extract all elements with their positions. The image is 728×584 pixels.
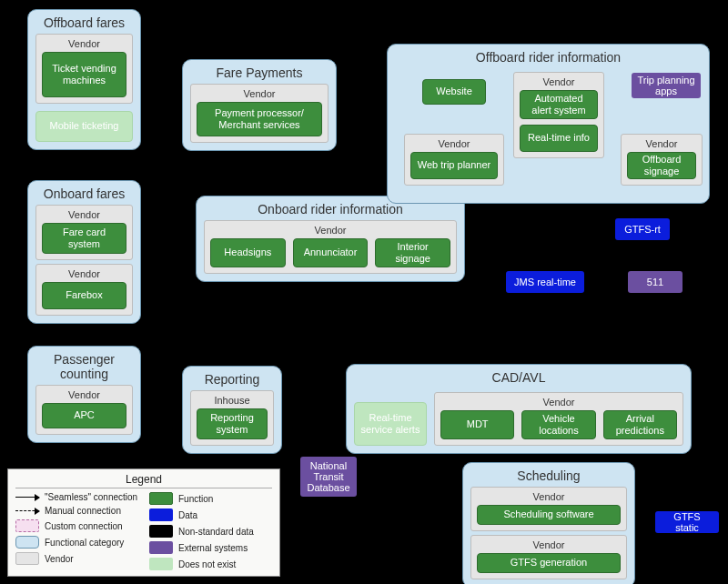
- category-passenger-counting: Passenger counting Vendor APC: [27, 346, 141, 443]
- legend-label: Non-standard data: [178, 527, 254, 537]
- vendor-label: Vendor: [410, 138, 498, 149]
- category-title: Reporting: [190, 372, 274, 387]
- category-reporting: Reporting Inhouse Reporting system: [182, 366, 282, 454]
- vendor-box: Vendor Scheduling software: [470, 487, 627, 531]
- vendor-box: Vendor Web trip planner: [404, 134, 504, 186]
- vendor-label: Vendor: [42, 268, 126, 279]
- ext-511: 511: [628, 271, 682, 293]
- legend-item: Does not exist: [149, 558, 272, 570]
- vendor-box: Vendor Ticket vending machines: [35, 34, 133, 104]
- vendor-label: Vendor: [440, 397, 677, 408]
- category-title: Offboard rider information: [395, 50, 702, 65]
- func-interior-signage: Interior signage: [375, 238, 450, 267]
- func-farecard: Fare card system: [42, 223, 126, 254]
- ext-trip-planning-apps: Trip planning apps: [632, 73, 701, 98]
- func-website: Website: [422, 79, 486, 105]
- category-fare-payments: Fare Payments Vendor Payment processor/ …: [182, 59, 337, 151]
- legend-item: Vendor: [15, 552, 138, 565]
- vendor-box: Vendor GTFS generation: [470, 535, 627, 579]
- category-onboard-fares: Onboard fares Vendor Fare card system Ve…: [27, 180, 141, 324]
- category-title: Onboard rider information: [204, 202, 457, 216]
- vendor-box: Vendor Farebox: [35, 264, 133, 316]
- legend-item: Data: [149, 508, 272, 521]
- vendor-box: Vendor Automated alert system Real-time …: [513, 72, 604, 158]
- legend-item: "Seamless" connection: [15, 492, 138, 502]
- legend-item: Functional category: [15, 536, 138, 549]
- func-web-trip-planner: Web trip planner: [410, 152, 498, 179]
- vendor-box: Vendor MDT Vehicle locations Arrival pre…: [434, 392, 683, 446]
- func-headsigns: Headsigns: [210, 238, 286, 267]
- legend-title: Legend: [15, 473, 272, 488]
- vendor-label: Vendor: [42, 38, 126, 49]
- legend-item: Non-standard data: [149, 525, 272, 538]
- vendor-label: Vendor: [210, 225, 450, 236]
- legend-item: External systems: [149, 541, 272, 554]
- vendor-box: Vendor APC: [35, 385, 133, 435]
- category-cad-avl: CAD/AVL Real-time service alerts Vendor …: [346, 364, 692, 454]
- legend-label: Manual connection: [45, 506, 121, 516]
- vendor-label: Vendor: [197, 88, 322, 99]
- vendor-label: Vendor: [520, 76, 598, 87]
- func-vehicle-locations: Vehicle locations: [521, 410, 595, 439]
- category-title: Fare Payments: [190, 65, 329, 80]
- legend-label: "Seamless" connection: [45, 492, 137, 502]
- vendor-label: Vendor: [42, 209, 126, 220]
- ext-ntd: National Transit Database: [300, 457, 357, 497]
- func-arrival-predictions: Arrival predictions: [603, 410, 677, 439]
- category-offboard-rider: Offboard rider information Website Vendo…: [387, 44, 710, 204]
- legend-label: Function: [178, 494, 213, 504]
- category-title: Onboard fares: [35, 186, 133, 201]
- data-gtfs-rt: GTFS-rt: [615, 218, 670, 240]
- func-farebox: Farebox: [42, 282, 126, 309]
- data-jms-realtime: JMS real-time: [506, 271, 584, 293]
- func-offboard-signage: Offboard signage: [627, 152, 696, 179]
- category-title: Offboard fares: [35, 15, 133, 30]
- inhouse-box: Inhouse Reporting system: [190, 390, 274, 446]
- category-title: CAD/AVL: [354, 370, 683, 385]
- category-title: Passenger counting: [35, 352, 133, 381]
- func-apc: APC: [42, 403, 126, 428]
- func-realtime-info: Real-time info: [520, 125, 598, 152]
- data-gtfs-static: GTFS static: [655, 511, 719, 533]
- func-rt-service-alerts: Real-time service alerts: [354, 402, 427, 446]
- vendor-box: Vendor Offboard signage: [621, 134, 703, 186]
- func-payment-processor: Payment processor/ Merchant services: [197, 102, 322, 136]
- legend-label: Custom connection: [45, 521, 123, 531]
- svg-line-0: [138, 73, 182, 91]
- vendor-box: Vendor Payment processor/ Merchant servi…: [190, 84, 329, 143]
- func-tvm: Ticket vending machines: [42, 52, 126, 97]
- vendor-box: Vendor Fare card system: [35, 205, 133, 260]
- category-title: Scheduling: [470, 468, 627, 483]
- legend: Legend "Seamless" connection Manual conn…: [7, 468, 280, 577]
- func-mdt: MDT: [440, 410, 514, 439]
- func-reporting-system: Reporting system: [197, 408, 268, 439]
- category-scheduling: Scheduling Vendor Scheduling software Ve…: [462, 462, 635, 584]
- vendor-label: Vendor: [477, 491, 621, 502]
- vendor-label: Vendor: [42, 389, 126, 400]
- vendor-label: Vendor: [627, 138, 696, 149]
- legend-label: Does not exist: [178, 559, 236, 569]
- legend-label: Data: [178, 510, 197, 520]
- legend-label: External systems: [178, 543, 248, 553]
- category-onboard-rider: Onboard rider information Vendor Headsig…: [196, 196, 465, 282]
- vendor-box: Vendor Headsigns Annunciator Interior si…: [204, 220, 457, 274]
- func-alert-system: Automated alert system: [520, 90, 598, 119]
- legend-item: Function: [149, 492, 272, 505]
- func-mobile-ticketing: Mobile ticketing: [35, 111, 133, 142]
- category-offboard-fares: Offboard fares Vendor Ticket vending mac…: [27, 9, 141, 150]
- legend-item: Manual connection: [15, 506, 138, 516]
- func-annunciator: Annunciator: [293, 238, 369, 267]
- legend-label: Functional category: [45, 538, 124, 548]
- func-gtfs-generation: GTFS generation: [477, 553, 621, 573]
- svg-line-2: [138, 291, 180, 400]
- legend-label: Vendor: [45, 554, 74, 564]
- vendor-label: Vendor: [477, 539, 621, 550]
- func-scheduling-software: Scheduling software: [477, 505, 621, 525]
- legend-item: Custom connection: [15, 519, 138, 532]
- inhouse-label: Inhouse: [197, 395, 268, 406]
